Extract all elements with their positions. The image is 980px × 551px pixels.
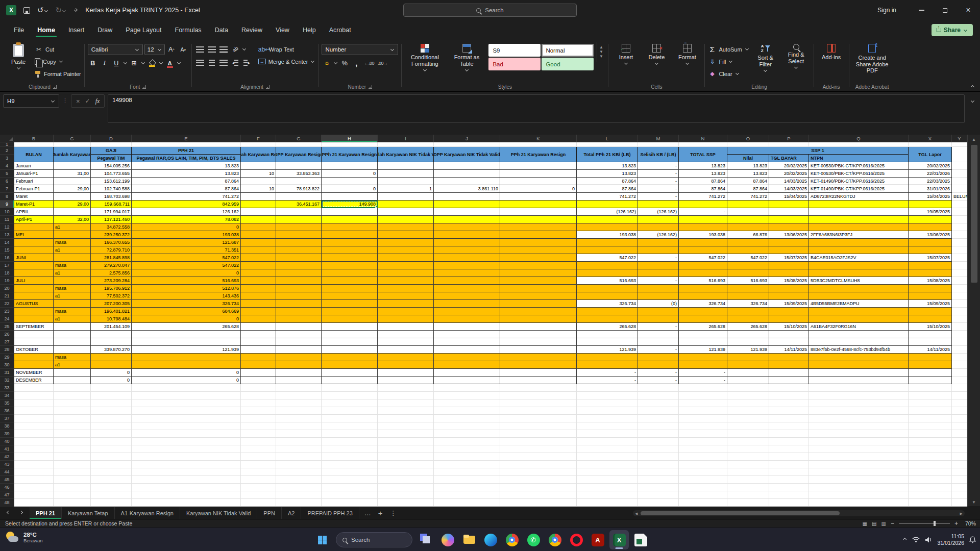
cell-D22[interactable]: 207.200.305 [91, 300, 132, 308]
cell-L44[interactable] [577, 468, 638, 476]
cell-E33[interactable] [132, 384, 241, 392]
tray-expand-icon[interactable] [903, 537, 906, 541]
cell-O10[interactable] [727, 208, 769, 216]
column-header-M[interactable]: M [638, 135, 679, 142]
cell-M19[interactable]: - [638, 277, 679, 285]
cell-D7[interactable]: 102.740.588 [91, 185, 132, 193]
cell-Q17[interactable] [809, 262, 909, 269]
align-center-button[interactable] [207, 57, 217, 68]
cell-F12[interactable] [241, 223, 276, 231]
cell-B31[interactable]: NOVEMBER [14, 369, 54, 377]
cell-N43[interactable] [679, 461, 727, 468]
cell-M34[interactable] [638, 392, 679, 399]
cell-L17[interactable] [577, 262, 638, 269]
cell-X33[interactable] [909, 384, 952, 392]
volume-icon[interactable] [925, 537, 932, 543]
cell-G24[interactable] [276, 315, 322, 323]
cell-Q24[interactable] [809, 315, 909, 323]
cell-H41[interactable] [322, 445, 378, 453]
cell-I30[interactable] [378, 361, 434, 369]
cell-Q40[interactable] [809, 438, 909, 445]
increase-indent-button[interactable]: ▸ [242, 57, 252, 68]
cell-N9[interactable] [679, 201, 727, 208]
row-header-10[interactable]: 10 [0, 208, 14, 216]
cell-D25[interactable]: 201.454.109 [91, 323, 132, 331]
cell-D39[interactable] [91, 430, 132, 438]
cell-L36[interactable] [577, 407, 638, 415]
cell-L16[interactable]: 547.022 [577, 254, 638, 262]
cell-X12[interactable] [909, 223, 952, 231]
cell-K11[interactable] [500, 216, 577, 223]
cell-M48[interactable] [638, 499, 679, 507]
cell-G48[interactable] [276, 499, 322, 507]
font-size-select[interactable]: 12 [144, 44, 165, 55]
align-middle-button[interactable] [207, 44, 217, 55]
cell-N28[interactable]: 121.939 [679, 346, 727, 354]
cell-N7[interactable]: 87.864 [679, 185, 727, 193]
cell-O42[interactable] [727, 453, 769, 461]
cell-F9[interactable] [241, 201, 276, 208]
cell-O30[interactable] [727, 361, 769, 369]
cell-L7[interactable]: 87.864 [577, 185, 638, 193]
cell-P17[interactable] [769, 262, 809, 269]
cell-N42[interactable] [679, 453, 727, 461]
cell-Q12[interactable] [809, 223, 909, 231]
cell-D18[interactable]: 2.575.856 [91, 269, 132, 277]
cell-O16[interactable]: 547.022 [727, 254, 769, 262]
cell-Y13[interactable] [952, 231, 967, 239]
cell-E12[interactable]: 0 [132, 223, 241, 231]
cell-M17[interactable] [638, 262, 679, 269]
cell-F16[interactable] [241, 254, 276, 262]
cell-E40[interactable] [132, 438, 241, 445]
cell-E17[interactable]: 547.022 [132, 262, 241, 269]
cell-F8[interactable] [241, 193, 276, 201]
cell-O6[interactable]: 87.864 [727, 178, 769, 185]
cell-I6[interactable] [378, 178, 434, 185]
taskbar-opera-icon[interactable] [567, 530, 586, 549]
decrease-indent-button[interactable]: ◂ [230, 57, 240, 68]
zoom-slider-thumb[interactable] [934, 521, 936, 526]
row-header-47[interactable]: 47 [0, 491, 14, 499]
cell-C28[interactable] [54, 346, 91, 354]
cell-C45[interactable] [54, 476, 91, 484]
row-header-28[interactable]: 28 [0, 346, 14, 354]
cell-D8[interactable]: 168.703.698 [91, 193, 132, 201]
cell-B36[interactable] [14, 407, 54, 415]
cell-B40[interactable] [14, 438, 54, 445]
cell-E10[interactable]: -126.162 [132, 208, 241, 216]
cell-E28[interactable]: 121.939 [132, 346, 241, 354]
vertical-scroll-thumb[interactable] [971, 145, 977, 283]
cell-Q20[interactable] [809, 285, 909, 292]
cell-X23[interactable] [909, 308, 952, 315]
cell-M37[interactable] [638, 415, 679, 422]
cell-O1[interactable] [727, 142, 769, 147]
cell-X48[interactable] [909, 499, 952, 507]
cell-I1[interactable] [378, 142, 434, 147]
column-header-D[interactable]: D [91, 135, 132, 142]
cell-Y42[interactable] [952, 453, 967, 461]
cell-C41[interactable] [54, 445, 91, 453]
cell-H19[interactable] [322, 277, 378, 285]
cell-Q38[interactable] [809, 422, 909, 430]
cell-L21[interactable] [577, 292, 638, 300]
dialog-launcher-icon[interactable] [369, 85, 372, 89]
row-header-20[interactable]: 20 [0, 285, 14, 292]
cell-C36[interactable] [54, 407, 91, 415]
cell-X6[interactable]: 22/03/2025 [909, 178, 952, 185]
cell-M27[interactable] [638, 338, 679, 346]
cell-D1[interactable] [91, 142, 132, 147]
taskbar-acrobat-icon[interactable]: A [588, 530, 607, 549]
cell-N23[interactable] [679, 308, 727, 315]
cell-E32[interactable]: 0 [132, 377, 241, 384]
cell-F27[interactable] [241, 338, 276, 346]
cell-X11[interactable] [909, 216, 952, 223]
font-name-select[interactable]: Calibri [88, 44, 143, 55]
cell-N26[interactable] [679, 331, 727, 338]
cell-X44[interactable] [909, 468, 952, 476]
cell-E21[interactable]: 143.436 [132, 292, 241, 300]
cell-O46[interactable] [727, 484, 769, 491]
cell-X28[interactable]: 14/11/2025 [909, 346, 952, 354]
cell-E46[interactable] [132, 484, 241, 491]
cell-D17[interactable]: 279.270.047 [91, 262, 132, 269]
cell-J46[interactable] [434, 484, 500, 491]
